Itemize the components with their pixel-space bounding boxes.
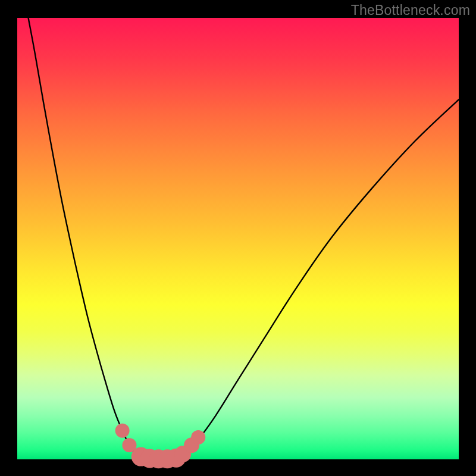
curve-marker — [191, 430, 205, 444]
chart-frame: TheBottleneck.com — [0, 0, 476, 476]
watermark-text: TheBottleneck.com — [351, 2, 470, 18]
curve-marker — [115, 424, 130, 438]
curve-path — [29, 18, 459, 459]
plot-area — [17, 18, 459, 459]
curve-markers — [115, 424, 206, 469]
bottleneck-curve — [17, 18, 459, 459]
